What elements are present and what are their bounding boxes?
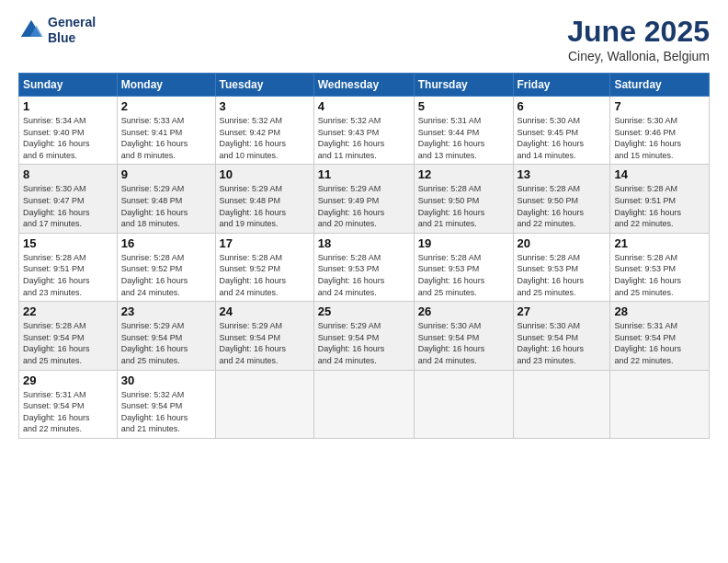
calendar-cell-w2d7: 14 Sunrise: 5:28 AM Sunset: 9:51 PM Dayl…	[610, 165, 710, 233]
logo-line2: Blue	[48, 30, 75, 45]
day-number: 21	[614, 236, 705, 250]
day-number: 18	[318, 236, 410, 250]
day-info: Sunrise: 5:29 AM Sunset: 9:48 PM Dayligh…	[121, 183, 211, 229]
calendar-cell-w4d7: 28 Sunrise: 5:31 AM Sunset: 9:54 PM Dayl…	[610, 302, 710, 370]
calendar-cell-w5d3	[215, 370, 313, 438]
day-number: 4	[318, 99, 410, 113]
day-info: Sunrise: 5:28 AM Sunset: 9:50 PM Dayligh…	[518, 183, 607, 229]
day-number: 27	[518, 304, 607, 318]
day-number: 11	[318, 167, 410, 181]
header-friday: Friday	[513, 74, 610, 97]
day-number: 2	[121, 99, 211, 113]
day-info: Sunrise: 5:30 AM Sunset: 9:54 PM Dayligh…	[518, 320, 607, 366]
day-number: 19	[418, 236, 509, 250]
calendar-cell-w3d3: 17 Sunrise: 5:28 AM Sunset: 9:52 PM Dayl…	[215, 233, 313, 301]
calendar-cell-w1d5: 5 Sunrise: 5:31 AM Sunset: 9:44 PM Dayli…	[414, 97, 513, 165]
day-number: 5	[418, 99, 509, 113]
day-number: 1	[23, 99, 113, 113]
day-number: 26	[418, 304, 509, 318]
calendar-cell-w5d1: 29 Sunrise: 5:31 AM Sunset: 9:54 PM Dayl…	[19, 370, 118, 438]
day-info: Sunrise: 5:29 AM Sunset: 9:49 PM Dayligh…	[318, 183, 410, 229]
calendar-cell-w1d7: 7 Sunrise: 5:30 AM Sunset: 9:46 PM Dayli…	[610, 97, 710, 165]
day-number: 8	[23, 167, 113, 181]
calendar-cell-w4d4: 25 Sunrise: 5:29 AM Sunset: 9:54 PM Dayl…	[313, 302, 414, 370]
page: General Blue June 2025 Ciney, Wallonia, …	[0, 0, 728, 563]
day-number: 29	[23, 373, 113, 387]
location-title: Ciney, Wallonia, Belgium	[567, 49, 710, 63]
calendar-cell-w2d5: 12 Sunrise: 5:28 AM Sunset: 9:50 PM Dayl…	[414, 165, 513, 233]
logo-icon	[18, 17, 44, 43]
day-info: Sunrise: 5:31 AM Sunset: 9:54 PM Dayligh…	[23, 389, 113, 435]
day-number: 22	[23, 304, 113, 318]
day-number: 7	[614, 99, 705, 113]
day-number: 28	[614, 304, 705, 318]
day-info: Sunrise: 5:28 AM Sunset: 9:53 PM Dayligh…	[318, 252, 410, 298]
day-info: Sunrise: 5:29 AM Sunset: 9:54 PM Dayligh…	[121, 320, 211, 366]
calendar-cell-w3d5: 19 Sunrise: 5:28 AM Sunset: 9:53 PM Dayl…	[414, 233, 513, 301]
calendar-cell-w3d1: 15 Sunrise: 5:28 AM Sunset: 9:51 PM Dayl…	[19, 233, 118, 301]
day-info: Sunrise: 5:29 AM Sunset: 9:48 PM Dayligh…	[220, 183, 310, 229]
day-info: Sunrise: 5:29 AM Sunset: 9:54 PM Dayligh…	[220, 320, 310, 366]
calendar-cell-w3d2: 16 Sunrise: 5:28 AM Sunset: 9:52 PM Dayl…	[117, 233, 215, 301]
day-info: Sunrise: 5:30 AM Sunset: 9:47 PM Dayligh…	[23, 183, 113, 229]
day-number: 9	[121, 167, 211, 181]
day-number: 14	[614, 167, 705, 181]
calendar-week-1: 1 Sunrise: 5:34 AM Sunset: 9:40 PM Dayli…	[19, 97, 710, 165]
day-info: Sunrise: 5:28 AM Sunset: 9:53 PM Dayligh…	[518, 252, 607, 298]
day-info: Sunrise: 5:31 AM Sunset: 9:44 PM Dayligh…	[418, 115, 509, 161]
day-info: Sunrise: 5:30 AM Sunset: 9:54 PM Dayligh…	[418, 320, 509, 366]
calendar-cell-w2d3: 10 Sunrise: 5:29 AM Sunset: 9:48 PM Dayl…	[215, 165, 313, 233]
day-info: Sunrise: 5:31 AM Sunset: 9:54 PM Dayligh…	[614, 320, 705, 366]
calendar-week-4: 22 Sunrise: 5:28 AM Sunset: 9:54 PM Dayl…	[19, 302, 710, 370]
calendar-cell-w4d2: 23 Sunrise: 5:29 AM Sunset: 9:54 PM Dayl…	[117, 302, 215, 370]
day-info: Sunrise: 5:28 AM Sunset: 9:54 PM Dayligh…	[23, 320, 113, 366]
day-info: Sunrise: 5:28 AM Sunset: 9:53 PM Dayligh…	[418, 252, 509, 298]
day-info: Sunrise: 5:32 AM Sunset: 9:43 PM Dayligh…	[318, 115, 410, 161]
calendar-week-2: 8 Sunrise: 5:30 AM Sunset: 9:47 PM Dayli…	[19, 165, 710, 233]
calendar-cell-w4d1: 22 Sunrise: 5:28 AM Sunset: 9:54 PM Dayl…	[19, 302, 118, 370]
day-number: 25	[318, 304, 410, 318]
calendar-cell-w4d3: 24 Sunrise: 5:29 AM Sunset: 9:54 PM Dayl…	[215, 302, 313, 370]
day-info: Sunrise: 5:28 AM Sunset: 9:50 PM Dayligh…	[418, 183, 509, 229]
day-number: 30	[121, 373, 211, 387]
month-title: June 2025	[567, 15, 710, 49]
title-block: June 2025 Ciney, Wallonia, Belgium	[567, 15, 710, 63]
day-info: Sunrise: 5:30 AM Sunset: 9:45 PM Dayligh…	[518, 115, 607, 161]
calendar-cell-w1d3: 3 Sunrise: 5:32 AM Sunset: 9:42 PM Dayli…	[215, 97, 313, 165]
day-info: Sunrise: 5:28 AM Sunset: 9:52 PM Dayligh…	[220, 252, 310, 298]
header-wednesday: Wednesday	[313, 74, 414, 97]
day-info: Sunrise: 5:30 AM Sunset: 9:46 PM Dayligh…	[614, 115, 705, 161]
calendar-cell-w1d1: 1 Sunrise: 5:34 AM Sunset: 9:40 PM Dayli…	[19, 97, 118, 165]
header: General Blue June 2025 Ciney, Wallonia, …	[18, 15, 710, 63]
day-info: Sunrise: 5:34 AM Sunset: 9:40 PM Dayligh…	[23, 115, 113, 161]
day-number: 13	[518, 167, 607, 181]
calendar-cell-w5d2: 30 Sunrise: 5:32 AM Sunset: 9:54 PM Dayl…	[117, 370, 215, 438]
day-info: Sunrise: 5:28 AM Sunset: 9:51 PM Dayligh…	[614, 183, 705, 229]
calendar-cell-w2d4: 11 Sunrise: 5:29 AM Sunset: 9:49 PM Dayl…	[313, 165, 414, 233]
calendar-week-3: 15 Sunrise: 5:28 AM Sunset: 9:51 PM Dayl…	[19, 233, 710, 301]
header-sunday: Sunday	[19, 74, 118, 97]
header-monday: Monday	[117, 74, 215, 97]
calendar-cell-w4d5: 26 Sunrise: 5:30 AM Sunset: 9:54 PM Dayl…	[414, 302, 513, 370]
day-number: 17	[220, 236, 310, 250]
day-number: 16	[121, 236, 211, 250]
day-info: Sunrise: 5:28 AM Sunset: 9:51 PM Dayligh…	[23, 252, 113, 298]
calendar-cell-w2d2: 9 Sunrise: 5:29 AM Sunset: 9:48 PM Dayli…	[117, 165, 215, 233]
calendar-cell-w1d6: 6 Sunrise: 5:30 AM Sunset: 9:45 PM Dayli…	[513, 97, 610, 165]
calendar-table: Sunday Monday Tuesday Wednesday Thursday…	[18, 73, 710, 439]
day-number: 12	[418, 167, 509, 181]
calendar-cell-w3d6: 20 Sunrise: 5:28 AM Sunset: 9:53 PM Dayl…	[513, 233, 610, 301]
calendar-week-5: 29 Sunrise: 5:31 AM Sunset: 9:54 PM Dayl…	[19, 370, 710, 438]
calendar-cell-w5d7	[610, 370, 710, 438]
day-info: Sunrise: 5:28 AM Sunset: 9:52 PM Dayligh…	[121, 252, 211, 298]
calendar-cell-w1d4: 4 Sunrise: 5:32 AM Sunset: 9:43 PM Dayli…	[313, 97, 414, 165]
day-info: Sunrise: 5:29 AM Sunset: 9:54 PM Dayligh…	[318, 320, 410, 366]
calendar-cell-w1d2: 2 Sunrise: 5:33 AM Sunset: 9:41 PM Dayli…	[117, 97, 215, 165]
day-number: 10	[220, 167, 310, 181]
day-number: 24	[220, 304, 310, 318]
header-tuesday: Tuesday	[215, 74, 313, 97]
calendar-cell-w5d6	[513, 370, 610, 438]
day-info: Sunrise: 5:32 AM Sunset: 9:54 PM Dayligh…	[121, 389, 211, 435]
day-number: 15	[23, 236, 113, 250]
day-number: 23	[121, 304, 211, 318]
